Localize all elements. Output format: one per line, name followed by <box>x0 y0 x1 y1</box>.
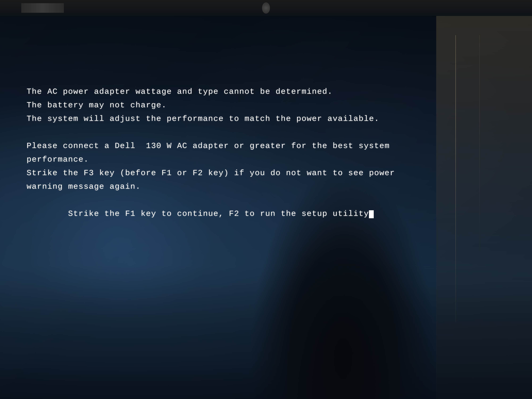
bios-line-2: The battery may not charge. <box>27 98 426 112</box>
webcam-indicator <box>262 2 270 13</box>
bios-line-7: Strike the F3 key (before F1 or F2 key) … <box>27 166 426 180</box>
screen-container: The AC power adapter wattage and type ca… <box>0 0 532 399</box>
text-cursor <box>369 210 374 218</box>
bios-line-9-text: Strike the F1 key to continue, F2 to run… <box>68 209 369 218</box>
bios-text-area: The AC power adapter wattage and type ca… <box>27 85 426 234</box>
bios-line-8: warning message again. <box>27 180 426 193</box>
screen-main: The AC power adapter wattage and type ca… <box>0 16 532 399</box>
bios-line-5: Please connect a Dell 130 W AC adapter o… <box>27 139 426 153</box>
bios-line-1: The AC power adapter wattage and type ca… <box>27 85 426 98</box>
bios-line-3: The system will adjust the performance t… <box>27 112 426 126</box>
bios-line-9: Strike the F1 key to continue, F2 to run… <box>27 193 426 234</box>
top-bezel <box>0 0 532 16</box>
bios-blank-line <box>27 126 426 139</box>
bios-line-6: performance. <box>27 153 426 166</box>
right-reflection-panel <box>436 16 532 399</box>
